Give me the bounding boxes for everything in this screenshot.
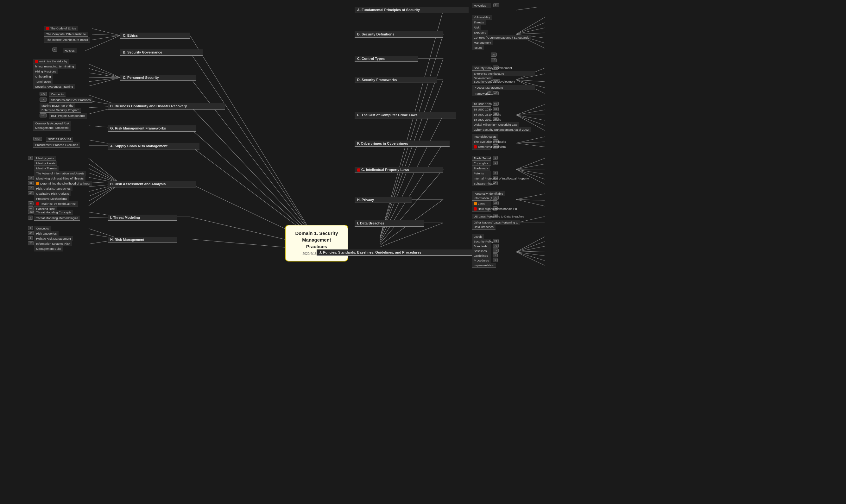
svg-line-0: [190, 35, 317, 240]
badge-bcm-2: 122: [40, 97, 47, 102]
svg-line-93: [516, 143, 544, 147]
leaf-rm-2: Risk categories: [34, 231, 58, 236]
leaf-tm-2: Threat Modeling Methodologies: [34, 216, 80, 221]
leaf-ra-8: Qualitative Risk Analysis: [34, 191, 71, 196]
branch-risk-mgmt-b[interactable]: H. Risk Management: [108, 237, 177, 243]
leaf-sd-2: Threats: [472, 20, 486, 25]
leaf-ip-2: Copyrights: [472, 161, 491, 166]
branch-threat-modeling[interactable]: I. Threat Modeling: [108, 215, 177, 221]
badge-cl-2: 61: [493, 107, 499, 111]
branch-crime-laws[interactable]: E. The Gist of Computer Crime Laws: [355, 112, 456, 119]
badge-ps-5: 1: [493, 253, 498, 257]
leaf-sc-1: NIST SP 800-161: [46, 137, 73, 142]
svg-line-95: [516, 164, 544, 169]
branch-ip-laws[interactable]: G. Intellectual Property Laws: [355, 167, 443, 173]
badge-ps-6: 1: [493, 258, 498, 262]
leaf-ethics-2: The Computer Ethics Institute: [44, 32, 88, 37]
badge-tm-2: 6: [28, 216, 33, 220]
leaf-ethics-3: The Internet Architecture Board: [44, 37, 90, 42]
svg-line-28: [380, 143, 443, 242]
branch-privacy[interactable]: H. Privacy: [355, 197, 412, 203]
branch-personnel-security-label: C. Personnel Security: [123, 76, 159, 79]
leaf-ra-2: Identify Assets: [34, 161, 57, 166]
leaf-ps-1: minimize the risks by: [33, 59, 69, 64]
leaf-ps-pol-7: Implementation: [472, 263, 496, 268]
svg-line-73: [516, 17, 544, 34]
leaf-ip-3: Trademark: [472, 166, 490, 171]
svg-line-56: [89, 164, 120, 184]
leaf-ra-1: Identify goals: [34, 156, 56, 161]
leaf-ps-4: Onboarding: [33, 74, 53, 79]
branch-security-frameworks-label: D. Security Frameworks: [357, 78, 397, 82]
leaf-sd-3: Risk: [472, 25, 481, 30]
badge-ra-10: 53: [28, 201, 34, 205]
leaf-rmf-1b: Management Framework: [33, 125, 71, 130]
branch-ethics[interactable]: C. Ethics: [120, 33, 190, 39]
badge-ra-1: 4: [28, 156, 33, 160]
leaf-cl-5: Digital Millennium Copyright Law: [472, 122, 519, 127]
svg-line-91: [516, 137, 544, 143]
branch-fundamental[interactable]: A. Fundamental Principles of Security: [355, 7, 469, 13]
leaf-ip-1: Trade Secret: [472, 156, 491, 161]
svg-line-22: [380, 58, 443, 237]
leaf-pv-3: How organizations handle PII: [472, 206, 491, 212]
badge-ps-2: 24: [493, 239, 499, 243]
svg-line-2: [190, 52, 317, 240]
leaf-ps-5: Termination: [33, 79, 53, 84]
svg-line-44: [89, 73, 120, 77]
leaf-ethics-1: The Code of Ethics: [44, 26, 78, 31]
branch-personnel-security[interactable]: C. Personnel Security: [120, 75, 196, 81]
branch-sec-defs[interactable]: B. Security Definitions: [355, 31, 443, 38]
leaf-sd-4: Exposure: [472, 30, 488, 35]
badge-ps-3: 72: [493, 244, 499, 248]
branch-security-governance-label: B. Security Governance: [123, 50, 162, 54]
branch-risk-assessment[interactable]: H. Risk Assessment and Analysis: [108, 181, 196, 187]
branch-supply-chain[interactable]: A. Supply Chain Risk Management: [108, 143, 199, 149]
branch-cybercrimes[interactable]: F. Cybercrimes in Cybercrimes: [355, 141, 450, 147]
center-title: Domain 1. Security Management Practices: [295, 231, 338, 249]
leaf-bcm-4: BCP Project Components: [49, 113, 87, 119]
leaf-cl-2: 18 USC 1030: [472, 107, 491, 112]
leaf-cc-2: The Evolution of Attacks: [472, 139, 491, 144]
leaf-db-1: US Laws Pertaining to Data Breaches: [472, 214, 491, 219]
svg-line-100: [516, 194, 544, 199]
branch-rmf-label: G. Risk Management Frameworks: [110, 126, 166, 130]
branch-bcm[interactable]: D. Business Continuity and Disaster Reco…: [108, 103, 225, 110]
branch-ip-laws-label: G. Intellectual Property Laws: [357, 168, 409, 172]
badge-rm-4: 26: [28, 241, 34, 245]
svg-line-76: [516, 33, 544, 34]
svg-line-106: [516, 241, 544, 252]
leaf-ps-pol-4: Baselines: [472, 249, 491, 254]
leaf-ra-9: Protective Mechanisms: [34, 196, 69, 201]
svg-line-8: [190, 128, 317, 240]
branch-policies[interactable]: J. Policies, Standards, Baselines, Guide…: [317, 250, 475, 256]
svg-line-38: [92, 29, 120, 35]
leaf-rm-4: Information Systems Risk: [34, 241, 72, 246]
leaf-ra-10: Total Risk vs Residual Risk: [34, 201, 78, 206]
leaf-rm-1: Concepts: [34, 226, 51, 231]
svg-line-18: [380, 10, 443, 237]
svg-line-86: [516, 110, 544, 115]
badge-rm-2: 63: [28, 231, 34, 235]
branch-data-breaches[interactable]: I. Data Breaches: [355, 220, 424, 227]
svg-line-102: [516, 199, 544, 206]
svg-line-30: [380, 169, 443, 244]
branch-security-frameworks[interactable]: D. Security Frameworks: [355, 77, 437, 83]
leaf-ps-3: Hiring Practices: [33, 69, 58, 74]
branch-rmf[interactable]: G. Risk Management Frameworks: [108, 125, 196, 132]
badge-cl-1: 61: [493, 102, 499, 106]
svg-line-4: [190, 77, 317, 240]
svg-line-24: [380, 80, 443, 239]
svg-line-111: [516, 252, 544, 265]
svg-line-88: [516, 115, 544, 120]
leaf-fp-1: MACtriad: [472, 3, 491, 8]
branch-control-types[interactable]: C. Control Types: [355, 56, 418, 62]
badge-ra-8: 63: [28, 191, 34, 195]
branch-security-governance[interactable]: B. Security Governance: [120, 49, 203, 56]
leaf-cl-1: 18 USC 1029: [472, 102, 491, 107]
svg-line-108: [516, 251, 544, 252]
leaf-ra-3: Identify Threats: [34, 166, 58, 171]
leaf-pv-2: Laws: [472, 201, 491, 206]
svg-line-40: [92, 35, 120, 40]
svg-line-82: [516, 80, 544, 82]
